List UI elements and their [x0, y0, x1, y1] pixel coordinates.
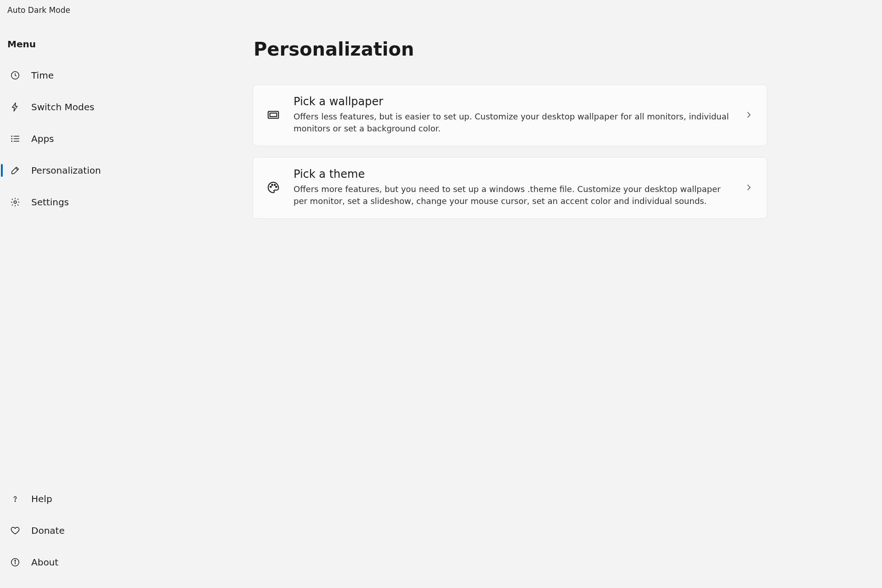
lightning-icon: [9, 101, 21, 113]
sidebar-nav: Time Switch Modes Apps: [0, 62, 170, 215]
content-area: Personalization Pick a wallpaper Offers …: [170, 20, 882, 588]
nav-item-switch-modes[interactable]: Switch Modes: [3, 94, 167, 120]
card-title: Pick a theme: [294, 168, 731, 181]
nav-label: Help: [31, 493, 52, 504]
card-pick-theme[interactable]: Pick a theme Offers more features, but y…: [253, 157, 767, 219]
list-icon: [9, 133, 21, 145]
palette-icon: [266, 180, 281, 195]
nav-item-about[interactable]: About: [3, 549, 167, 575]
nav-item-donate[interactable]: Donate: [3, 518, 167, 543]
info-icon: [9, 556, 21, 568]
help-icon: [9, 493, 21, 505]
svg-point-2: [11, 138, 12, 139]
sidebar-nav-bottom: Help Donate About: [0, 486, 170, 575]
nav-item-time[interactable]: Time: [3, 62, 167, 88]
svg-point-1: [11, 136, 12, 136]
svg-point-4: [14, 201, 17, 204]
nav-label: Time: [31, 70, 54, 81]
card-title: Pick a wallpaper: [294, 95, 731, 108]
chevron-right-icon: [744, 110, 754, 120]
nav-label: Switch Modes: [31, 102, 94, 113]
heart-icon: [9, 525, 21, 537]
sidebar-heading: Menu: [0, 31, 170, 62]
svg-point-13: [276, 187, 277, 188]
nav-label: About: [31, 557, 58, 568]
nav-label: Donate: [31, 525, 65, 536]
body-container: Menu Time Switch Modes: [0, 20, 882, 588]
card-text: Pick a wallpaper Offers less features, b…: [294, 95, 731, 135]
window-titlebar: Auto Dark Mode: [0, 0, 882, 20]
nav-label: Settings: [31, 197, 69, 208]
nav-item-personalization[interactable]: Personalization: [3, 158, 167, 183]
svg-point-11: [271, 184, 273, 186]
chevron-right-icon: [744, 182, 754, 192]
nav-label: Apps: [31, 133, 54, 144]
card-pick-wallpaper[interactable]: Pick a wallpaper Offers less features, b…: [253, 85, 767, 146]
svg-rect-9: [270, 113, 277, 117]
wallpaper-icon: [266, 107, 281, 122]
svg-point-5: [15, 501, 15, 501]
sidebar: Menu Time Switch Modes: [0, 20, 170, 588]
card-text: Pick a theme Offers more features, but y…: [294, 168, 731, 207]
card-description: Offers more features, but you need to se…: [294, 183, 731, 207]
card-description: Offers less features, but is easier to s…: [294, 111, 731, 135]
clock-icon: [9, 69, 21, 81]
nav-item-help[interactable]: Help: [3, 486, 167, 512]
page-title: Personalization: [254, 39, 854, 60]
gear-icon: [9, 196, 21, 208]
edit-icon: [9, 164, 21, 176]
nav-item-settings[interactable]: Settings: [3, 189, 167, 215]
svg-point-10: [270, 187, 271, 188]
svg-point-12: [274, 184, 276, 186]
nav-label: Personalization: [31, 165, 101, 176]
nav-item-apps[interactable]: Apps: [3, 126, 167, 152]
svg-point-7: [15, 560, 16, 561]
svg-point-3: [11, 141, 12, 141]
window-title: Auto Dark Mode: [7, 6, 70, 15]
